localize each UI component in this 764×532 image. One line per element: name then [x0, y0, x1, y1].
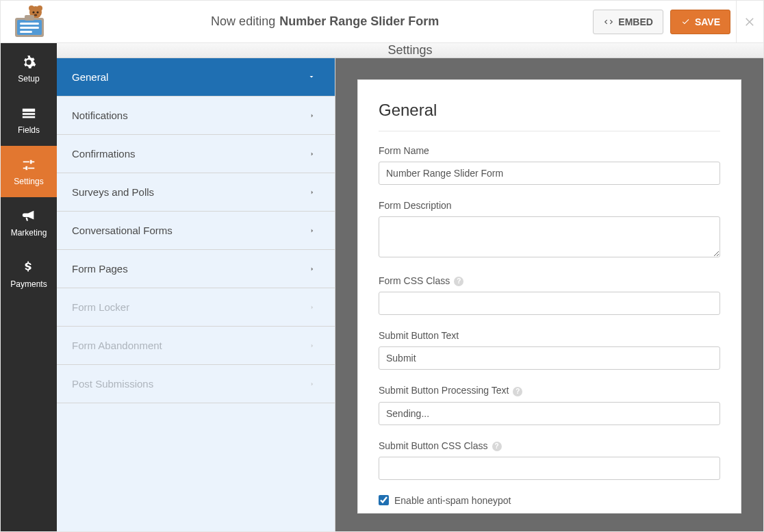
- svg-point-3: [32, 11, 34, 13]
- field-submit-css: Submit Button CSS Class?: [379, 440, 720, 480]
- field-submit-processing: Submit Button Processing Text?: [379, 385, 720, 425]
- help-icon[interactable]: ?: [492, 442, 502, 451]
- nav-settings-label: Settings: [14, 177, 43, 186]
- input-css-class[interactable]: [379, 292, 720, 315]
- sidebar-item-label: Post Submissions: [72, 378, 153, 390]
- left-nav: Setup Fields Settings Marketing Payments: [1, 43, 57, 532]
- sidebar-item-label: Form Abandonment: [72, 340, 162, 351]
- sidebar-item-label: Conversational Forms: [72, 225, 173, 236]
- dollar-icon: [21, 260, 36, 275]
- sliders-icon: [21, 157, 36, 173]
- brand-logo: [1, 5, 57, 38]
- label-submit-processing: Submit Button Processing Text?: [379, 385, 720, 396]
- svg-point-2: [37, 5, 42, 11]
- help-icon[interactable]: ?: [513, 387, 522, 396]
- sidebar-item-label: Form Pages: [72, 263, 128, 275]
- embed-button[interactable]: EMBED: [593, 10, 663, 34]
- chevron-right-icon: [309, 263, 316, 275]
- sidebar-item-label: Confirmations: [72, 148, 136, 160]
- svg-point-5: [34, 14, 38, 16]
- field-css-class: Form CSS Class?: [379, 275, 720, 315]
- label-form-name: Form Name: [379, 145, 720, 156]
- nav-payments[interactable]: Payments: [1, 249, 57, 300]
- input-submit-css[interactable]: [379, 457, 720, 480]
- wpforms-logo-icon: [8, 5, 49, 38]
- svg-rect-14: [23, 116, 35, 118]
- chevron-right-icon: [309, 148, 316, 160]
- settings-sidebar: General Notifications Confirmations Surv…: [57, 58, 335, 532]
- sidebar-item-abandonment[interactable]: Form Abandonment: [57, 327, 335, 365]
- close-icon: [744, 16, 756, 28]
- main: Setup Fields Settings Marketing Payments…: [1, 43, 763, 532]
- save-label: SAVE: [695, 16, 720, 27]
- sidebar-item-confirmations[interactable]: Confirmations: [57, 135, 335, 173]
- nav-marketing-label: Marketing: [11, 228, 47, 238]
- panel-title: Settings: [57, 43, 763, 58]
- checkbox-honeypot[interactable]: [379, 495, 389, 505]
- field-submit-text: Submit Button Text: [379, 330, 720, 370]
- input-form-description[interactable]: [379, 216, 720, 257]
- fields-icon: [21, 106, 36, 121]
- chevron-down-icon: [307, 71, 316, 83]
- sidebar-item-label: General: [72, 71, 108, 83]
- topbar-actions: EMBED SAVE: [593, 10, 736, 34]
- label-honeypot: Enable anti-spam honeypot: [394, 495, 511, 506]
- editing-formname: Number Range Slider Form: [279, 14, 439, 29]
- sidebar-item-conversational[interactable]: Conversational Forms: [57, 212, 335, 250]
- sidebar-item-label: Surveys and Polls: [72, 186, 154, 198]
- sidebar-item-postsubmissions[interactable]: Post Submissions: [57, 365, 335, 403]
- svg-rect-12: [23, 108, 35, 112]
- svg-rect-8: [20, 23, 39, 25]
- topbar: Now editing Number Range Slider Form EMB…: [1, 1, 763, 43]
- close-button[interactable]: [736, 1, 763, 43]
- svg-rect-9: [20, 27, 39, 29]
- field-form-name: Form Name: [379, 145, 720, 185]
- body: Settings General Notifications Confirmat…: [57, 43, 763, 532]
- nav-fields[interactable]: Fields: [1, 94, 57, 146]
- nav-settings[interactable]: Settings: [1, 146, 57, 197]
- label-css-class: Form CSS Class?: [379, 275, 720, 286]
- chevron-right-icon: [309, 186, 316, 198]
- chevron-right-icon: [309, 340, 316, 351]
- label-form-description: Form Description: [379, 200, 720, 211]
- field-honeypot: Enable anti-spam honeypot: [379, 495, 720, 506]
- general-settings-card: General Form Name Form Description Form …: [357, 79, 741, 514]
- chevron-right-icon: [309, 110, 316, 121]
- card-heading: General: [379, 101, 720, 131]
- chevron-right-icon: [309, 378, 316, 390]
- gear-icon: [21, 55, 36, 70]
- save-button[interactable]: SAVE: [670, 10, 730, 34]
- sidebar-item-surveys[interactable]: Surveys and Polls: [57, 173, 335, 212]
- field-form-description: Form Description: [379, 200, 720, 260]
- check-icon: [680, 17, 691, 26]
- chevron-right-icon: [309, 301, 316, 313]
- input-submit-text[interactable]: [379, 346, 720, 370]
- chevron-right-icon: [309, 225, 316, 236]
- bullhorn-icon: [21, 209, 36, 224]
- svg-point-1: [29, 5, 34, 11]
- embed-label: EMBED: [618, 16, 653, 27]
- sidebar-item-general[interactable]: General: [57, 58, 335, 97]
- svg-rect-11: [25, 15, 34, 21]
- svg-rect-13: [23, 113, 35, 115]
- nav-setup-label: Setup: [18, 74, 39, 84]
- nav-payments-label: Payments: [10, 279, 47, 289]
- canvas: General Form Name Form Description Form …: [335, 58, 763, 532]
- nav-setup[interactable]: Setup: [1, 43, 57, 94]
- sidebar-item-label: Notifications: [72, 110, 128, 121]
- sidebar-item-notifications[interactable]: Notifications: [57, 97, 335, 135]
- sidebar-item-formpages[interactable]: Form Pages: [57, 250, 335, 288]
- input-submit-processing[interactable]: [379, 402, 720, 425]
- nav-marketing[interactable]: Marketing: [1, 197, 57, 249]
- sidebar-item-label: Form Locker: [72, 301, 129, 313]
- sidebar-item-formlocker[interactable]: Form Locker: [57, 288, 335, 327]
- split: General Notifications Confirmations Surv…: [57, 58, 763, 532]
- svg-point-4: [36, 11, 38, 13]
- help-icon[interactable]: ?: [454, 277, 463, 286]
- nav-fields-label: Fields: [18, 125, 40, 135]
- input-form-name[interactable]: [379, 162, 720, 185]
- code-icon: [603, 17, 614, 27]
- svg-rect-10: [20, 31, 32, 33]
- editing-prefix: Now editing: [211, 14, 275, 29]
- topbar-title: Now editing Number Range Slider Form: [57, 14, 593, 29]
